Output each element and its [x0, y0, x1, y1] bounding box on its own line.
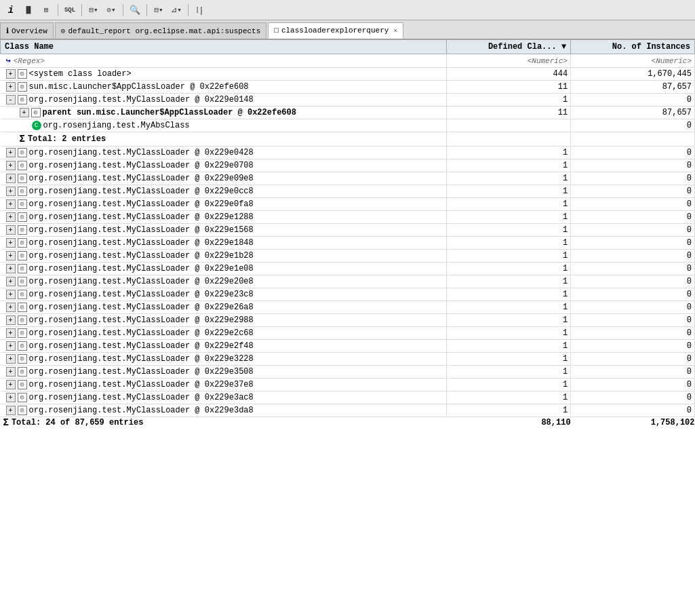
class-icon: ◎	[18, 341, 27, 351]
search-icon[interactable]: 🔍	[127, 3, 142, 18]
expand-button[interactable]: +	[6, 290, 16, 299]
col-header-defined[interactable]: Defined Cla... ▼	[447, 40, 571, 54]
separator-2	[81, 4, 82, 16]
tab-default-report[interactable]: ⊙ default_report org.eclipse.mat.api:sus…	[55, 22, 266, 39]
expand-button[interactable]: +	[6, 199, 16, 209]
row-class-name: org.rosenjiang.test.MyClassLoader @ 0x22…	[29, 354, 254, 364]
col-header-class-name[interactable]: Class Name	[1, 40, 447, 54]
class-icon: ◎	[18, 238, 27, 248]
sigma-icon: Σ	[20, 134, 25, 145]
expand-button[interactable]: +	[6, 315, 16, 325]
expand-button[interactable]: +	[6, 354, 16, 364]
table-row: +◎org.rosenjiang.test.MyClassLoader @ 0x…	[1, 340, 695, 353]
expand-button[interactable]: +	[6, 148, 16, 157]
separator-5	[188, 4, 188, 16]
tab-overview-label: Overview	[12, 27, 47, 35]
sql-icon[interactable]: SQL	[62, 3, 77, 18]
expand-button[interactable]: -	[6, 95, 16, 104]
regex-row: ↪ <Regex> <Numeric> <Numeric>	[1, 54, 695, 68]
table-row: +◎org.rosenjiang.test.MyClassLoader @ 0x…	[1, 353, 695, 366]
expand-button[interactable]: +	[6, 380, 16, 389]
regex-instances: <Numeric>	[652, 57, 692, 65]
row-class-name: org.rosenjiang.test.MyClassLoader @ 0x22…	[29, 187, 254, 196]
table-container: Class Name Defined Cla... ▼ No. of Insta…	[0, 39, 695, 616]
row-class-name: org.rosenjiang.test.MyClassLoader @ 0x22…	[29, 161, 254, 170]
footer-defined: 88,110	[447, 417, 571, 429]
table-body: ↪ <Regex> <Numeric> <Numeric> +◎<system …	[1, 54, 695, 417]
class-icon: ◎	[18, 393, 27, 402]
tab-close-icon[interactable]: ✕	[393, 26, 397, 35]
class-icon: ◎	[18, 251, 27, 261]
row-class-name: org.rosenjiang.test.MyClassLoader @ 0x22…	[29, 303, 254, 312]
toolbar: i ▐▌ ⊞ SQL ⊟▾ ⊙▾ 🔍 ⊟▾ ⊿▾ ⁞|	[0, 0, 695, 20]
row-class-name: org.rosenjiang.test.MyClassLoader @ 0x22…	[29, 212, 254, 222]
class-icon: ◎	[18, 148, 27, 157]
expand-button[interactable]: +	[6, 174, 16, 183]
footer-instances: 1,758,102	[571, 417, 695, 429]
expand-button[interactable]: +	[6, 393, 16, 402]
sort-icon-defined: ▼	[561, 42, 566, 52]
tab-classloader[interactable]: □ classloaderexplorerquery ✕	[268, 22, 403, 39]
expand-button[interactable]: +	[6, 277, 16, 286]
expand-button[interactable]: +	[20, 108, 29, 117]
expand-button[interactable]: +	[6, 69, 16, 79]
layout-dropdown-icon[interactable]: ⊟▾	[86, 3, 101, 18]
separator-1	[58, 4, 58, 16]
tab-classloader-icon: □	[274, 26, 279, 35]
row-class-name: <system class loader>	[29, 69, 132, 79]
class-icon: ◎	[18, 225, 27, 235]
bar-chart-icon[interactable]: ▐▌	[21, 3, 36, 18]
table-header-row: Class Name Defined Cla... ▼ No. of Insta…	[1, 40, 695, 54]
circle-green-icon: C	[32, 121, 41, 130]
row-class-name: org.rosenjiang.test.MyClassLoader @ 0x22…	[29, 328, 254, 338]
row-class-name: org.rosenjiang.test.MyClassLoader @ 0x22…	[29, 199, 254, 209]
expand-button[interactable]: +	[6, 238, 16, 248]
regex-defined: <Numeric>	[528, 57, 568, 65]
expand-button[interactable]: +	[6, 82, 16, 92]
table-row: +◎org.rosenjiang.test.MyClassLoader @ 0x…	[1, 159, 695, 172]
expand-button[interactable]: +	[6, 187, 16, 196]
table-row: +◎org.rosenjiang.test.MyClassLoader @ 0x…	[1, 327, 695, 340]
info-icon[interactable]: i	[3, 3, 18, 18]
expand-button[interactable]: +	[6, 341, 16, 351]
expand-button[interactable]: +	[6, 367, 16, 377]
separator-4	[146, 4, 147, 16]
class-icon: ◎	[31, 108, 41, 117]
table-row: +◎<system class loader>4441,670,445	[1, 68, 695, 81]
class-icon: ◎	[18, 161, 27, 170]
table-row: +◎org.rosenjiang.test.MyClassLoader @ 0x…	[1, 391, 695, 404]
class-icon: ◎	[18, 367, 27, 377]
expand-button[interactable]: +	[6, 303, 16, 312]
footer-label: Total: 24 of 87,659 entries	[12, 418, 143, 427]
class-icon: ◎	[18, 174, 27, 183]
expand-button[interactable]: +	[6, 406, 16, 415]
table-row: +◎org.rosenjiang.test.MyClassLoader @ 0x…	[1, 301, 695, 314]
row-class-name: org.rosenjiang.test.MyClassLoader @ 0x22…	[29, 95, 254, 104]
col-header-instances[interactable]: No. of Instances	[571, 40, 695, 54]
row-class-name: org.rosenjiang.test.MyClassLoader @ 0x22…	[29, 238, 254, 248]
export-dropdown-icon[interactable]: ⊙▾	[104, 3, 119, 18]
expand-button[interactable]: +	[6, 251, 16, 261]
analytics-icon[interactable]: ⁞|	[193, 3, 207, 18]
class-icon: ◎	[18, 187, 27, 196]
table-row: ΣTotal: 2 entries	[1, 132, 695, 147]
row-class-name: sun.misc.Launcher$AppClassLoader @ 0x22e…	[29, 82, 249, 92]
expand-button[interactable]: +	[6, 225, 16, 235]
classloader-table: Class Name Defined Cla... ▼ No. of Insta…	[0, 39, 695, 428]
expand-button[interactable]: +	[6, 161, 16, 170]
tab-overview[interactable]: ℹ Overview	[0, 22, 54, 39]
graph-icon[interactable]: ⊿▾	[169, 3, 184, 18]
class-icon: ◎	[18, 264, 27, 273]
class-icon: ◎	[18, 82, 27, 92]
table-icon[interactable]: ⊟▾	[151, 3, 166, 18]
expand-button[interactable]: +	[6, 328, 16, 338]
grid-db-icon[interactable]: ⊞	[39, 3, 54, 18]
expand-button[interactable]: +	[6, 212, 16, 222]
table-row: +◎org.rosenjiang.test.MyClassLoader @ 0x…	[1, 366, 695, 379]
table-row: Corg.rosenjiang.test.MyAbsClass0	[1, 119, 695, 132]
class-icon: ◎	[18, 315, 27, 325]
class-icon: ◎	[18, 95, 27, 104]
table-row: +◎org.rosenjiang.test.MyClassLoader @ 0x…	[1, 224, 695, 237]
table-row: +◎org.rosenjiang.test.MyClassLoader @ 0x…	[1, 147, 695, 159]
expand-button[interactable]: +	[6, 264, 16, 273]
